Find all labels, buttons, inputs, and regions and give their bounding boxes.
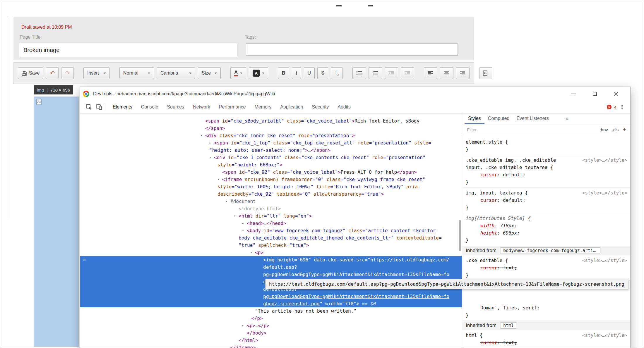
expand-arrow-closed-icon[interactable]: ▸: [208, 139, 213, 147]
css-property[interactable]: Roman', Times, serif;: [466, 304, 627, 311]
devtools-tab-performance[interactable]: Performance: [215, 101, 250, 113]
insert-dropdown[interactable]: Insert: [83, 67, 110, 79]
css-property[interactable]: cursor: text;: [466, 264, 627, 271]
expand-arrow-open-icon[interactable]: ▾: [216, 176, 221, 183]
dom-tree-line[interactable]: "This article has not been written.": [80, 307, 462, 315]
element-classes-button[interactable]: .cls: [612, 127, 619, 132]
background-color-button[interactable]: A: [249, 67, 268, 79]
stylesheet-source-link[interactable]: <style>…</style>: [582, 257, 627, 264]
dom-tree-line[interactable]: <!doctype html>: [80, 205, 462, 212]
stylesheet-source-link[interactable]: <style>…</style>: [582, 332, 627, 339]
css-property[interactable]: ⚠*cursor: auto;: [466, 346, 627, 348]
dom-tree-line[interactable]: style="height: 668px;">: [80, 161, 462, 168]
devtools-tab-memory[interactable]: Memory: [250, 101, 276, 113]
devtools-titlebar[interactable]: DevTools - nebadom.manuscript.com/f/page…: [80, 87, 630, 101]
css-property[interactable]: height: 696px;: [466, 229, 627, 237]
page-title-input[interactable]: [19, 43, 237, 57]
css-property[interactable]: cursor: text;: [466, 339, 627, 346]
expand-arrow-open-icon[interactable]: ▾: [232, 212, 237, 220]
new-style-rule-button[interactable]: +: [623, 127, 626, 132]
error-icon[interactable]: ✕: [607, 105, 612, 109]
expand-arrow-open-icon[interactable]: ▾: [249, 249, 254, 256]
undo-button[interactable]: ↶: [46, 67, 59, 79]
font-dropdown[interactable]: Cambria: [157, 67, 195, 79]
dom-tree-line[interactable]: ▸<head>…</head>: [80, 220, 462, 227]
styles-tab-event-listeners[interactable]: Event Listeners: [513, 113, 552, 124]
inherited-from-node-link[interactable]: body#www-fogcreek-com-fogbugz.articl…: [501, 247, 600, 254]
paragraph-format-dropdown[interactable]: Normal: [119, 67, 154, 79]
dom-tree-line[interactable]: </html>: [80, 337, 462, 344]
styles-filter-input[interactable]: [466, 127, 595, 132]
toggle-element-state-button[interactable]: :hov: [600, 127, 608, 132]
dom-tree-line[interactable]: ▸<p>…</p>: [80, 322, 462, 329]
css-property[interactable]: width: 718px;: [466, 222, 627, 229]
devtools-tab-audits[interactable]: Audits: [333, 101, 355, 113]
dom-tree-line[interactable]: default.asp?: [80, 263, 462, 271]
dom-tree-line[interactable]: "height: auto; user-select: none;">…</sp…: [80, 147, 462, 154]
rule-selector[interactable]: img[Attributes Style] {: [466, 215, 627, 222]
kebab-menu-icon[interactable]: [621, 106, 623, 108]
tags-input[interactable]: [246, 43, 458, 56]
dom-tree-line[interactable]: ▾<iframe src(unknown) frameborder="0" cl…: [80, 176, 462, 183]
devtools-tab-network[interactable]: Network: [189, 101, 215, 113]
rule-selector[interactable]: [466, 297, 627, 304]
dom-tree-line[interactable]: <span id="cke_92" class="cke_voice_label…: [80, 168, 462, 176]
dom-tree-line[interactable]: ▾<body id="www-fogcreek-com-fogbugz" cla…: [80, 227, 462, 234]
align-center-button[interactable]: [440, 67, 453, 79]
device-toolbar-button[interactable]: [94, 102, 104, 112]
italic-button[interactable]: I: [292, 67, 301, 79]
dom-tree-line[interactable]: ▸<span id="cke_1_top" class="cke_top cke…: [80, 139, 462, 147]
dom-tree-line[interactable]: </p>: [80, 315, 462, 322]
rule-selector[interactable]: <style>…</style>.cke_editable {: [466, 257, 627, 264]
styles-tab-styles[interactable]: Styles: [465, 113, 484, 124]
underline-button[interactable]: U: [304, 67, 315, 79]
dom-tree-line[interactable]: style="width: 100%; height: 100%;" title…: [80, 183, 462, 190]
dom-tree-line[interactable]: </body>: [80, 329, 462, 337]
styles-tab-computed[interactable]: Computed: [484, 113, 513, 124]
minimize-button[interactable]: [571, 94, 576, 94]
css-property[interactable]: cursor: default;: [466, 197, 627, 204]
dom-tree-line[interactable]: ▾<div id="cke_1_contents" class="cke_con…: [80, 154, 462, 161]
maximize-button[interactable]: [593, 92, 597, 96]
align-left-button[interactable]: [424, 67, 437, 79]
strikethrough-button[interactable]: S: [317, 67, 328, 79]
dom-tree-line[interactable]: ▾#document: [80, 198, 462, 205]
rule-selector[interactable]: <style>…</style>html {: [466, 332, 627, 339]
rule-selector[interactable]: <style>…</style>img, input, textarea {: [466, 189, 627, 197]
devtools-tab-security[interactable]: Security: [307, 101, 333, 113]
stylesheet-source-link[interactable]: <style>…</style>: [582, 189, 627, 197]
devtools-tab-sources[interactable]: Sources: [162, 101, 189, 113]
dom-tree-line[interactable]: ▾<html dir="ltr" lang="en">: [80, 212, 462, 220]
dom-tree-line[interactable]: pg=pgDownload&pgType=pgWikiAttachment&ix…: [80, 271, 462, 278]
rule-selector[interactable]: [466, 290, 627, 297]
remove-format-button[interactable]: Tx: [331, 67, 343, 79]
expand-arrow-open-icon[interactable]: ▾: [199, 132, 204, 139]
font-size-dropdown[interactable]: Size: [198, 67, 221, 79]
tree-scrollbar-thumb[interactable]: [459, 220, 461, 251]
save-button[interactable]: Save: [18, 67, 43, 79]
expand-arrow-closed-icon[interactable]: ▸: [240, 220, 246, 227]
dom-tree-line[interactable]: ▾<div class="cke_inner cke_reset" role="…: [80, 132, 462, 139]
dom-tree-line[interactable]: gbugz-screenshot.png" width="718"> == $0: [80, 300, 462, 307]
devtools-tab-application[interactable]: Application: [276, 101, 307, 113]
dom-tree-line[interactable]: </span>: [80, 125, 462, 132]
inherited-from-node-link[interactable]: html: [501, 322, 516, 329]
devtools-tab-console[interactable]: Console: [137, 101, 163, 113]
expand-arrow-open-icon[interactable]: ▾: [224, 198, 229, 205]
rule-selector[interactable]: input, .cke_editable textarea {: [466, 164, 627, 171]
redo-button[interactable]: ↷: [61, 67, 74, 79]
expand-arrow-closed-icon[interactable]: ▸: [240, 322, 246, 329]
selected-broken-image[interactable]: [34, 97, 79, 347]
css-property[interactable]: cursor: default;: [466, 171, 627, 178]
dom-tree-line[interactable]: body cke_editable cke_editable_themed ck…: [80, 234, 462, 242]
close-button[interactable]: [614, 92, 619, 96]
indent-button[interactable]: [401, 67, 414, 79]
stylesheet-source-link[interactable]: <style>…</style>: [582, 156, 627, 164]
rule-selector[interactable]: element.style {: [466, 138, 627, 146]
devtools-tab-elements[interactable]: Elements: [108, 101, 137, 113]
expand-arrow-open-icon[interactable]: ▾: [208, 154, 213, 161]
source-button[interactable]: [479, 67, 492, 79]
dom-tree-line[interactable]: describedby="cke_92" tabindex="0" allowt…: [80, 190, 462, 198]
dom-tree-line[interactable]: "true" spellcheck="true">: [80, 242, 462, 249]
styles-tab-overflow[interactable]: »: [562, 113, 572, 124]
